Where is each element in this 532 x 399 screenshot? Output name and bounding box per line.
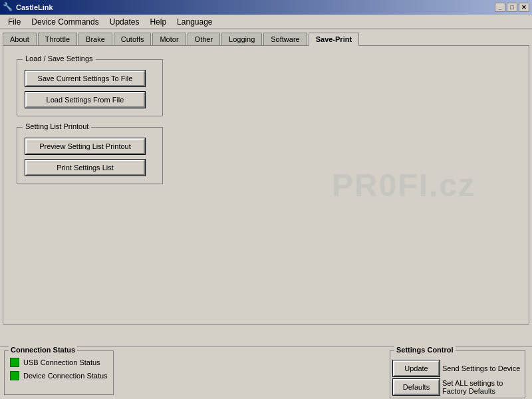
menu-updates[interactable]: Updates (104, 16, 145, 28)
window-title: CastleLink (16, 3, 53, 11)
update-control-pair: Update Send Settings to Device (393, 360, 522, 376)
print-button[interactable]: Print Settings List (25, 160, 145, 176)
minimize-button[interactable]: _ (495, 3, 505, 12)
watermark: PR0FI.cz (332, 167, 475, 203)
update-label: Send Settings to Device (442, 364, 520, 372)
load-save-group-title: Load / Save Settings (23, 55, 96, 63)
load-save-group: Load / Save Settings Save Current Settin… (17, 59, 163, 116)
usb-status-item: USB Connection Status (10, 358, 108, 367)
defaults-control-pair: Defaults Set ALL settings to Factory Def… (393, 379, 522, 395)
usb-status-dot (10, 358, 19, 367)
maximize-button[interactable]: □ (507, 3, 517, 12)
close-button[interactable]: ✕ (519, 3, 529, 12)
menu-file[interactable]: File (3, 16, 26, 28)
main-content: PR0FI.cz Load / Save Settings Save Curre… (3, 45, 529, 325)
settings-control-box: Settings Control Update Send Settings to… (390, 350, 525, 398)
print-group-title: Setting List Printout (23, 122, 91, 130)
tab-throttle[interactable]: Throttle (38, 33, 77, 46)
tab-logging[interactable]: Logging (221, 33, 262, 46)
tab-software[interactable]: Software (263, 33, 307, 46)
tab-other[interactable]: Other (188, 33, 221, 46)
device-status-dot (10, 371, 19, 380)
save-current-settings-button[interactable]: Save Current Settings To File (25, 70, 145, 86)
usb-status-label: USB Connection Status (23, 358, 100, 366)
menu-bar: File Device Commands Updates Help Langua… (0, 15, 532, 29)
settings-control-title: Settings Control (394, 346, 456, 354)
menu-help[interactable]: Help (144, 16, 172, 28)
preview-button[interactable]: Preview Setting List Printout (25, 138, 145, 154)
settings-control-area: Settings Control Update Send Settings to… (390, 350, 528, 395)
title-bar: 🔧 CastleLink _ □ ✕ (0, 0, 532, 15)
menu-language[interactable]: Language (172, 16, 217, 28)
tab-bar: About Throttle Brake Cutoffs Motor Other… (0, 29, 532, 45)
tab-brake[interactable]: Brake (78, 33, 112, 46)
connection-status-box: Connection Status USB Connection Status … (4, 350, 114, 395)
load-settings-button[interactable]: Load Settings From File (25, 92, 145, 108)
tab-save-print[interactable]: Save-Print (309, 33, 359, 46)
status-bar: Connection Status USB Connection Status … (0, 346, 532, 399)
connection-status-title: Connection Status (9, 346, 77, 354)
device-status-label: Device Connection Status (23, 372, 108, 380)
defaults-button[interactable]: Defaults (393, 379, 440, 395)
menu-device-commands[interactable]: Device Commands (26, 16, 104, 28)
update-button[interactable]: Update (393, 360, 440, 376)
device-status-item: Device Connection Status (10, 371, 108, 380)
title-bar-buttons: _ □ ✕ (495, 3, 529, 12)
app-icon: 🔧 (3, 2, 13, 13)
defaults-label: Set ALL settings to Factory Defaults (442, 379, 522, 395)
tab-about[interactable]: About (3, 33, 37, 46)
print-group: Setting List Printout Preview Setting Li… (17, 127, 163, 184)
tab-cutoffs[interactable]: Cutoffs (114, 33, 152, 46)
tab-motor[interactable]: Motor (152, 33, 186, 46)
